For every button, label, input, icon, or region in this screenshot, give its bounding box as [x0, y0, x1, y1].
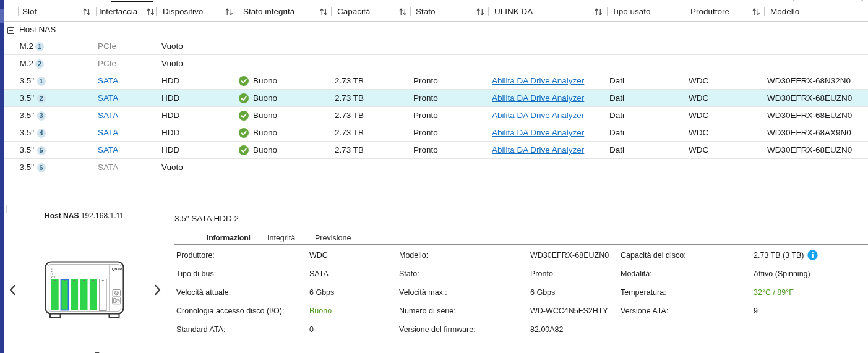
svg-text:QNAP: QNAP	[112, 267, 122, 271]
